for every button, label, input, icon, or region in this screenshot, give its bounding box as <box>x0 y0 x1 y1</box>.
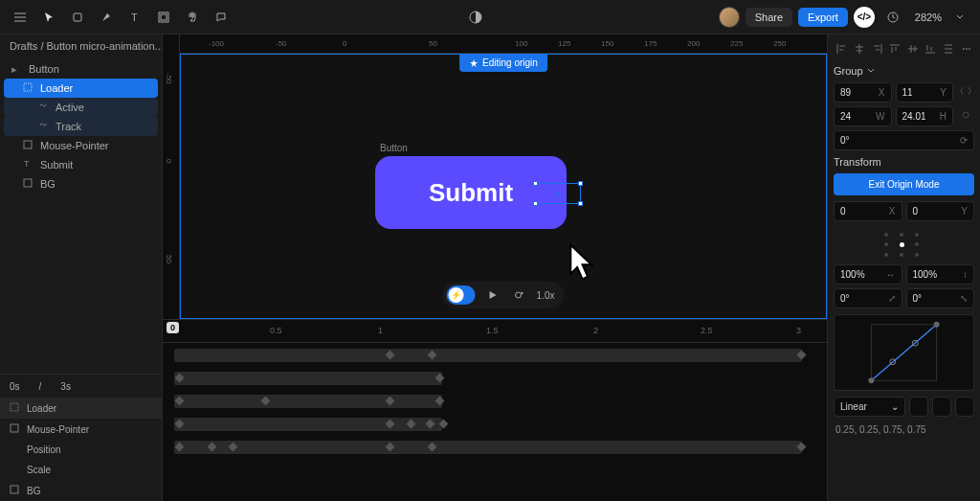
tree-item-track[interactable]: Track <box>4 117 158 136</box>
origin-marker-icon[interactable]: ✦ <box>555 190 562 198</box>
tree-item-active[interactable]: Active <box>4 98 158 117</box>
timeline-track-loader[interactable]: Loader <box>0 398 162 419</box>
editing-origin-badge: Editing origin <box>459 54 547 72</box>
play-button[interactable] <box>483 285 502 305</box>
x-input[interactable]: 89X <box>834 82 892 102</box>
y-input[interactable]: 11Y <box>896 82 954 102</box>
contrast-icon[interactable] <box>463 5 488 30</box>
tree-item-bg[interactable]: BG <box>4 174 158 194</box>
timeline[interactable]: 0 0.5 1 1.5 2 2.5 3 <box>163 319 827 501</box>
cursor-tool-icon[interactable] <box>36 5 61 30</box>
playback-speed[interactable]: 1.0x <box>537 290 561 301</box>
svg-rect-11 <box>11 424 18 432</box>
lock-ratio-icon[interactable] <box>957 106 974 124</box>
transform-y-input[interactable]: 0Y <box>906 201 975 221</box>
share-button[interactable]: Share <box>746 8 792 27</box>
align-bottom-icon[interactable] <box>923 40 939 57</box>
ease-preset-icon[interactable] <box>932 397 951 417</box>
text-tool-icon[interactable]: T <box>122 5 147 30</box>
selection-handle[interactable] <box>533 201 538 206</box>
track-row[interactable] <box>168 368 821 389</box>
transform-x-input[interactable]: 0X <box>834 201 902 221</box>
track-row[interactable] <box>168 391 821 412</box>
svg-text:T: T <box>24 159 30 169</box>
properties-panel: Group 89X 11Y 24W 24.01H 0°⟳ Transform E… <box>827 34 980 501</box>
mouse-pointer-icon <box>568 242 600 285</box>
timeline-track-mouse[interactable]: Mouse-Pointer <box>0 419 162 440</box>
tree-label: Submit <box>40 159 73 171</box>
svg-rect-10 <box>11 403 18 411</box>
canvas[interactable]: Editing origin Button Submit ✦ ⚡ <box>180 54 827 319</box>
comment-tool-icon[interactable] <box>209 5 234 30</box>
bolt-icon: ⚡ <box>449 287 464 303</box>
h-input[interactable]: 24.01H <box>896 106 954 126</box>
track-row[interactable] <box>168 345 821 366</box>
ease-preset-icon[interactable] <box>909 397 928 417</box>
zoom-chevron-icon[interactable] <box>947 5 972 30</box>
group-section-header[interactable]: Group <box>834 65 974 77</box>
w-input[interactable]: 24W <box>834 106 892 126</box>
tree-item-loader[interactable]: Loader <box>4 79 158 98</box>
flip-h-icon[interactable] <box>957 82 974 100</box>
svg-rect-0 <box>74 13 81 21</box>
timeline-track-scale[interactable]: Scale <box>0 460 162 480</box>
easing-curve[interactable] <box>834 314 974 391</box>
align-top-icon[interactable] <box>887 40 903 57</box>
code-button[interactable]: </> <box>854 7 875 28</box>
timeline-track-position[interactable]: Position <box>0 440 162 460</box>
export-button[interactable]: Export <box>798 8 848 27</box>
vertical-ruler: -50 0 50 <box>163 34 180 319</box>
timeline-ruler[interactable]: 0 0.5 1 1.5 2 2.5 3 <box>163 320 827 343</box>
timeline-track-bg[interactable]: BG <box>0 480 162 501</box>
track-row[interactable] <box>168 437 821 458</box>
align-right-icon[interactable] <box>869 40 885 57</box>
align-center-v-icon[interactable] <box>905 40 922 57</box>
loop-button[interactable] <box>510 285 529 305</box>
layers-panel: Drafts / Button micro-animation... ▸Butt… <box>0 34 163 501</box>
playhead[interactable]: 0 <box>167 322 179 333</box>
tree-item-submit[interactable]: TSubmit <box>4 155 158 174</box>
align-tools <box>834 40 974 57</box>
zoom-level[interactable]: 282% <box>915 11 942 23</box>
history-icon[interactable] <box>880 5 905 30</box>
svg-point-15 <box>969 48 970 50</box>
rotation-input[interactable]: 0°⟳ <box>834 130 974 150</box>
top-toolbar: T Share Export </> 282% <box>0 0 980 34</box>
tree-item-button[interactable]: ▸Button <box>4 59 158 79</box>
align-left-icon[interactable] <box>834 40 850 57</box>
track-row[interactable] <box>168 414 821 435</box>
scale-x-input[interactable]: 100%↔ <box>834 264 902 285</box>
tree-label: Button <box>29 63 59 75</box>
svg-rect-12 <box>11 486 18 493</box>
selection-handle[interactable] <box>533 181 538 186</box>
selection-handle[interactable] <box>578 201 583 206</box>
user-avatar[interactable] <box>719 7 740 28</box>
svg-line-18 <box>871 325 936 381</box>
breadcrumb[interactable]: Drafts / Button micro-animation... <box>0 34 162 57</box>
skew-x-input[interactable]: 0°⤢ <box>834 288 902 308</box>
align-center-h-icon[interactable] <box>852 40 868 57</box>
svg-point-16 <box>963 112 969 118</box>
distribute-icon[interactable] <box>941 40 957 57</box>
hand-tool-icon[interactable] <box>180 5 205 30</box>
scale-y-input[interactable]: 100%↕ <box>906 264 975 285</box>
bezier-values[interactable]: 0.25, 0.25, 0.75, 0.75 <box>834 421 974 439</box>
skew-y-input[interactable]: 0°⤡ <box>906 288 975 308</box>
exit-origin-mode-button[interactable]: Exit Origin Mode <box>834 173 974 195</box>
selection-box[interactable]: ✦ <box>535 183 581 204</box>
timeline-range: 0s/3s <box>0 375 162 398</box>
selection-handle[interactable] <box>578 181 583 186</box>
ease-preset-icon[interactable] <box>955 397 974 417</box>
shape-tool-icon[interactable] <box>65 5 90 30</box>
svg-rect-9 <box>24 179 32 187</box>
artboard-tool-icon[interactable] <box>151 5 176 30</box>
more-align-icon[interactable] <box>958 40 974 57</box>
pen-tool-icon[interactable] <box>94 5 119 30</box>
tree-label: Loader <box>40 82 73 94</box>
origin-selector[interactable] <box>834 225 974 264</box>
easing-select[interactable]: Linear⌄ <box>834 397 905 417</box>
svg-rect-3 <box>161 14 167 20</box>
loop-toggle[interactable]: ⚡ <box>447 285 476 305</box>
hamburger-icon[interactable] <box>8 5 33 30</box>
tree-item-mouse-pointer[interactable]: Mouse-Pointer <box>4 136 158 155</box>
